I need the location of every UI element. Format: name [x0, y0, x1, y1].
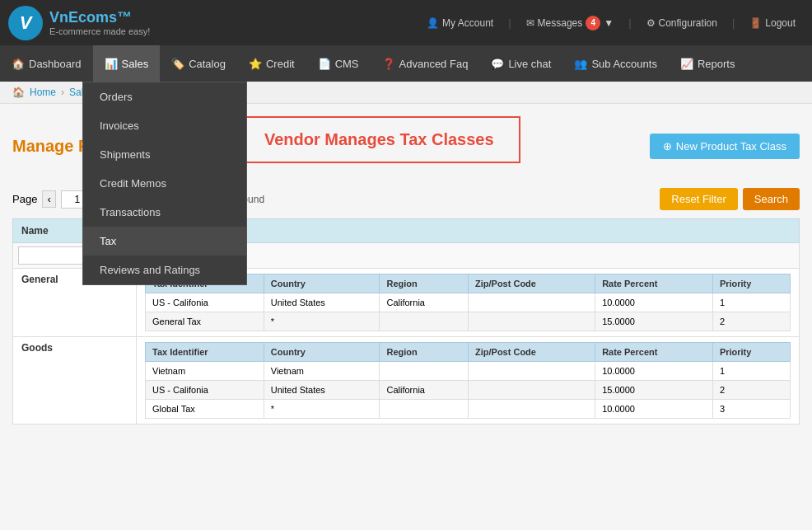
- inner-col-priority: Priority: [712, 274, 790, 293]
- inner-col-region: Region: [380, 343, 469, 362]
- inner-col-zip: Zip/Post Code: [469, 343, 595, 362]
- nav-item-live-chat[interactable]: 💬 Live chat: [479, 45, 562, 82]
- live-chat-label: Live chat: [508, 58, 551, 70]
- logout-label: Logout: [765, 17, 796, 29]
- zip-cell: [469, 293, 595, 312]
- list-item: US - Califonia United States California …: [146, 381, 791, 400]
- dropdown-item-invoices[interactable]: Invoices: [83, 111, 246, 140]
- credit-label: Credit: [266, 58, 295, 70]
- top-nav-right: 👤 My Account | ✉ Messages 4 ▼ | ⚙ Config…: [418, 11, 804, 35]
- identifier-cell: US - Califonia: [146, 381, 264, 400]
- nav-item-sales[interactable]: 📊 Sales: [93, 45, 161, 82]
- priority-cell: 1: [712, 293, 790, 312]
- region-cell: California: [380, 381, 469, 400]
- separator-3: |: [732, 16, 735, 29]
- top-header: V VnEcoms™ E-commerce made easy! 👤 My Ac…: [0, 0, 812, 45]
- country-cell: United States: [264, 293, 380, 312]
- nav-item-sub-accounts[interactable]: 👥 Sub Accounts: [562, 45, 669, 82]
- list-item: General Tax * 15.0000 2: [146, 312, 791, 331]
- list-item: Global Tax * 10.0000 3: [146, 400, 791, 419]
- list-item: US - Califonia United States California …: [146, 293, 791, 312]
- messages-button[interactable]: ✉ Messages 4 ▼: [518, 11, 623, 35]
- new-product-tax-class-button[interactable]: ⊕ New Product Tax Class: [650, 134, 800, 159]
- priority-cell: 2: [712, 312, 790, 331]
- cms-icon: 📄: [318, 58, 331, 70]
- configuration-label: Configuration: [659, 17, 717, 29]
- identifier-cell: US - Califonia: [146, 293, 264, 312]
- vendor-banner-wrap: Vendor Manages Tax Classes: [238, 116, 520, 163]
- priority-cell: 3: [712, 400, 790, 419]
- logout-button[interactable]: 🚪 Logout: [741, 12, 804, 34]
- dropdown-item-reviews-ratings[interactable]: Reviews and Ratings: [83, 256, 246, 284]
- search-button[interactable]: Search: [743, 188, 800, 210]
- credit-icon: ⭐: [249, 58, 262, 70]
- goods-inner-table: Tax Identifier Country Region Zip/Post C…: [145, 342, 791, 419]
- inner-col-identifier: Tax Identifier: [146, 343, 264, 362]
- configuration-button[interactable]: ⚙ Configuration: [638, 12, 726, 34]
- country-cell: *: [264, 400, 380, 419]
- catalog-icon: 🏷️: [171, 58, 184, 70]
- logout-icon: 🚪: [749, 17, 762, 29]
- identifier-cell: Vietnam: [146, 362, 264, 381]
- nav-item-credit[interactable]: ⭐ Credit: [237, 45, 306, 82]
- separator-2: |: [628, 16, 631, 29]
- dashboard-label: Dashboard: [29, 58, 82, 70]
- country-cell: *: [264, 312, 380, 331]
- inner-col-rate: Rate Percent: [595, 274, 713, 293]
- goods-name-cell: Goods: [13, 337, 137, 424]
- logo-tagline: E-commerce made easy!: [49, 26, 150, 36]
- breadcrumb-sep-1: ›: [61, 87, 64, 98]
- inner-col-region: Region: [380, 274, 469, 293]
- nav-item-reports[interactable]: 📈 Reports: [669, 45, 747, 82]
- reports-label: Reports: [698, 58, 735, 70]
- breadcrumb-home[interactable]: Home: [30, 87, 56, 98]
- rate-cell: 15.0000: [595, 381, 713, 400]
- envelope-icon: ✉: [526, 17, 534, 29]
- vendor-banner: Vendor Manages Tax Classes: [238, 116, 520, 163]
- sales-icon: 📊: [105, 58, 118, 70]
- rate-cell: 15.0000: [595, 312, 713, 331]
- dropdown-item-transactions[interactable]: Transactions: [83, 198, 246, 227]
- priority-cell: 1: [712, 362, 790, 381]
- region-cell: [380, 312, 469, 331]
- rate-cell: 10.0000: [595, 362, 713, 381]
- logo-area: V VnEcoms™ E-commerce made easy!: [8, 6, 150, 40]
- reset-filter-button[interactable]: Reset Filter: [660, 188, 737, 210]
- messages-label: Messages: [538, 17, 583, 29]
- inner-col-country: Country: [264, 274, 380, 293]
- inner-header-row: Tax Identifier Country Region Zip/Post C…: [146, 343, 791, 362]
- inner-col-rate: Rate Percent: [595, 343, 713, 362]
- nav-item-cms[interactable]: 📄 CMS: [306, 45, 371, 82]
- nav-item-catalog[interactable]: 🏷️ Catalog: [160, 45, 237, 82]
- sub-accounts-label: Sub Accounts: [591, 58, 657, 70]
- country-cell: United States: [264, 381, 380, 400]
- chat-icon: 💬: [491, 58, 504, 70]
- dropdown-item-shipments[interactable]: Shipments: [83, 140, 246, 169]
- prev-page-button[interactable]: ‹: [42, 190, 55, 208]
- nav-item-advanced-faq[interactable]: ❓ Advanced Faq: [371, 45, 480, 82]
- dropdown-item-credit-memos[interactable]: Credit Memos: [83, 169, 246, 198]
- filter-buttons: Reset Filter Search: [660, 188, 800, 210]
- sales-dropdown-menu: Orders Invoices Shipments Credit Memos T…: [82, 82, 247, 285]
- country-cell: Vietnam: [264, 362, 380, 381]
- priority-cell: 2: [712, 381, 790, 400]
- region-cell: [380, 400, 469, 419]
- user-icon: 👤: [427, 17, 439, 29]
- identifier-cell: General Tax: [146, 312, 264, 331]
- rate-cell: 10.0000: [595, 293, 713, 312]
- my-account-button[interactable]: 👤 My Account: [418, 12, 502, 34]
- list-item: Vietnam Vietnam 10.0000 1: [146, 362, 791, 381]
- new-product-label: New Product Tax Class: [676, 140, 786, 152]
- gear-icon: ⚙: [646, 17, 656, 29]
- zip-cell: [469, 312, 595, 331]
- separator-1: |: [508, 16, 511, 29]
- my-account-label: My Account: [442, 17, 493, 29]
- sales-label: Sales: [122, 58, 149, 70]
- catalog-label: Catalog: [189, 58, 226, 70]
- reports-icon: 📈: [680, 58, 693, 70]
- nav-item-dashboard[interactable]: 🏠 Dashboard: [0, 45, 93, 82]
- rate-cell: 10.0000: [595, 400, 713, 419]
- zip-cell: [469, 362, 595, 381]
- dropdown-item-tax[interactable]: Tax: [83, 227, 246, 256]
- dropdown-item-orders[interactable]: Orders: [83, 82, 246, 111]
